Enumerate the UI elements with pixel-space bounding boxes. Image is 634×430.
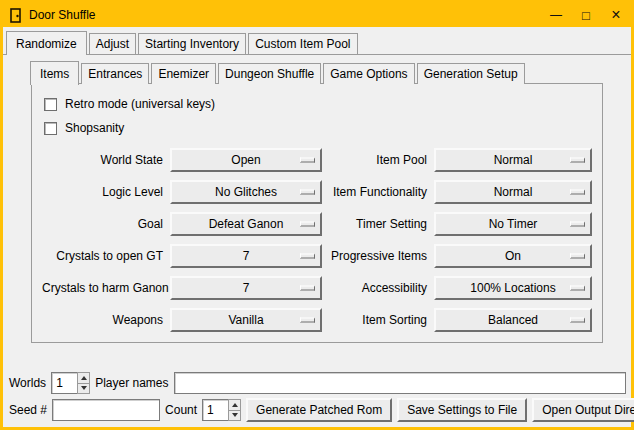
option-menu-indicator-icon: [300, 222, 315, 227]
crystals-gt-label: Crystals to open GT: [42, 249, 166, 263]
shopsanity-row: Shopsanity: [44, 116, 596, 140]
options-grid: World State Open Item Pool Normal Logic …: [42, 148, 596, 332]
item-pool-value: Normal: [494, 153, 533, 167]
shopsanity-checkbox[interactable]: [44, 122, 57, 135]
goal-label: Goal: [42, 217, 166, 231]
item-sorting-label: Item Sorting: [326, 313, 430, 327]
app-icon: [8, 8, 23, 23]
weapons-value: Vanilla: [228, 313, 263, 327]
window-controls: — □ ×: [541, 3, 631, 27]
count-input[interactable]: [202, 399, 228, 421]
maximize-icon[interactable]: □: [571, 3, 601, 27]
retro-mode-row: Retro mode (universal keys): [44, 92, 596, 116]
item-sorting-dropdown[interactable]: Balanced: [434, 308, 592, 332]
window-title: Door Shuffle: [29, 8, 96, 22]
randomize-panel: Items Entrances Enemizer Dungeon Shuffle…: [3, 54, 631, 427]
option-menu-indicator-icon: [300, 286, 315, 291]
seed-label: Seed #: [9, 403, 47, 417]
item-pool-dropdown[interactable]: Normal: [434, 148, 592, 172]
progressive-items-value: On: [505, 249, 521, 263]
retro-mode-label: Retro mode (universal keys): [65, 97, 215, 111]
seed-row: Seed # Count Generate Patched Rom Save S…: [9, 398, 626, 422]
logic-level-label: Logic Level: [42, 185, 166, 199]
item-functionality-label: Item Functionality: [326, 185, 430, 199]
save-settings-button[interactable]: Save Settings to File: [397, 398, 527, 422]
worlds-row: Worlds Player names: [9, 372, 626, 394]
weapons-dropdown[interactable]: Vanilla: [170, 308, 322, 332]
tab-adjust[interactable]: Adjust: [89, 33, 136, 54]
spin-down-icon[interactable]: [77, 384, 90, 395]
spin-up-icon[interactable]: [228, 399, 241, 411]
option-menu-indicator-icon: [300, 318, 315, 323]
crystals-ganon-label: Crystals to harm Ganon: [42, 281, 166, 295]
worlds-label: Worlds: [9, 376, 46, 390]
progressive-items-label: Progressive Items: [326, 249, 430, 263]
tab-items[interactable]: Items: [30, 61, 79, 85]
worlds-input[interactable]: [51, 372, 77, 394]
count-label: Count: [165, 403, 197, 417]
spin-up-icon[interactable]: [77, 372, 90, 384]
titlebar: Door Shuffle — □ ×: [3, 3, 631, 27]
accessibility-dropdown[interactable]: 100% Locations: [434, 276, 592, 300]
option-menu-indicator-icon: [570, 318, 585, 323]
option-menu-indicator-icon: [570, 286, 585, 291]
goal-value: Defeat Ganon: [209, 217, 284, 231]
tab-generation-setup[interactable]: Generation Setup: [417, 63, 525, 84]
accessibility-label: Accessibility: [326, 281, 430, 295]
world-state-value: Open: [231, 153, 260, 167]
worlds-stepper: [51, 372, 90, 394]
option-menu-indicator-icon: [300, 254, 315, 259]
timer-setting-dropdown[interactable]: No Timer: [434, 212, 592, 236]
main-tab-bar: Randomize Adjust Starting Inventory Cust…: [3, 31, 631, 54]
tab-entrances[interactable]: Entrances: [81, 63, 149, 84]
bottom-bar: Worlds Player names Seed # Count: [3, 368, 631, 427]
accessibility-value: 100% Locations: [470, 281, 555, 295]
item-functionality-dropdown[interactable]: Normal: [434, 180, 592, 204]
item-sorting-value: Balanced: [488, 313, 538, 327]
progressive-items-dropdown[interactable]: On: [434, 244, 592, 268]
app-window: Door Shuffle — □ × Randomize Adjust Star…: [0, 0, 634, 430]
crystals-ganon-value: 7: [243, 281, 250, 295]
count-stepper: [202, 399, 241, 421]
crystals-ganon-dropdown[interactable]: 7: [170, 276, 322, 300]
retro-mode-checkbox[interactable]: [44, 98, 57, 111]
tab-randomize[interactable]: Randomize: [6, 31, 87, 55]
item-pool-label: Item Pool: [326, 153, 430, 167]
tab-custom-item-pool[interactable]: Custom Item Pool: [248, 33, 357, 54]
close-icon[interactable]: ×: [601, 3, 631, 27]
world-state-label: World State: [42, 153, 166, 167]
spin-down-icon[interactable]: [228, 411, 241, 422]
crystals-gt-value: 7: [243, 249, 250, 263]
goal-dropdown[interactable]: Defeat Ganon: [170, 212, 322, 236]
option-menu-indicator-icon: [300, 190, 315, 195]
shopsanity-label: Shopsanity: [65, 121, 124, 135]
tab-starting-inventory[interactable]: Starting Inventory: [138, 33, 246, 54]
minimize-icon[interactable]: —: [541, 3, 571, 27]
seed-input[interactable]: [52, 399, 160, 421]
timer-setting-label: Timer Setting: [326, 217, 430, 231]
option-menu-indicator-icon: [300, 158, 315, 163]
item-functionality-value: Normal: [494, 185, 533, 199]
option-menu-indicator-icon: [570, 158, 585, 163]
option-menu-indicator-icon: [570, 222, 585, 227]
option-menu-indicator-icon: [570, 190, 585, 195]
option-menu-indicator-icon: [570, 254, 585, 259]
open-output-directory-button[interactable]: Open Output Directory: [532, 398, 634, 422]
tab-game-options[interactable]: Game Options: [323, 63, 414, 84]
worlds-spin-buttons: [77, 372, 90, 394]
generate-patched-rom-button[interactable]: Generate Patched Rom: [246, 398, 392, 422]
sub-tab-bar: Items Entrances Enemizer Dungeon Shuffle…: [30, 61, 631, 84]
tab-enemizer[interactable]: Enemizer: [151, 63, 216, 84]
timer-setting-value: No Timer: [489, 217, 538, 231]
logic-level-dropdown[interactable]: No Glitches: [170, 180, 322, 204]
items-panel: Retro mode (universal keys) Shopsanity W…: [31, 83, 603, 343]
crystals-gt-dropdown[interactable]: 7: [170, 244, 322, 268]
player-names-label: Player names: [95, 376, 168, 390]
window-content: Randomize Adjust Starting Inventory Cust…: [3, 27, 631, 427]
logic-level-value: No Glitches: [215, 185, 277, 199]
tab-dungeon-shuffle[interactable]: Dungeon Shuffle: [218, 63, 321, 84]
count-spin-buttons: [228, 399, 241, 421]
weapons-label: Weapons: [42, 313, 166, 327]
world-state-dropdown[interactable]: Open: [170, 148, 322, 172]
player-names-input[interactable]: [174, 372, 627, 394]
